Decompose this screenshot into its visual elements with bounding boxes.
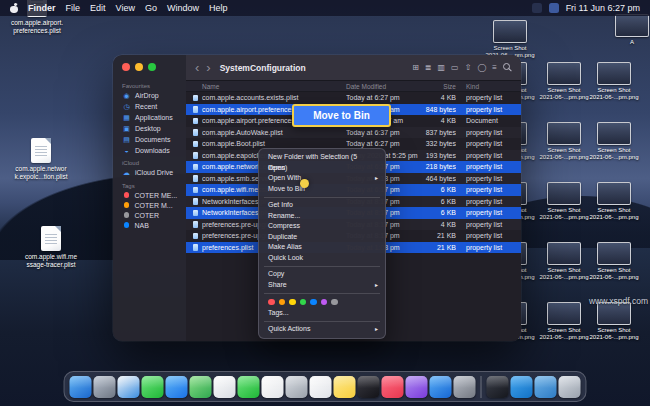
- file-row-com-apple-accounts-exists-plist[interactable]: com.apple.accounts.exists.plistToday at …: [186, 92, 521, 104]
- column-header-date-modified[interactable]: Date Modified: [346, 83, 386, 90]
- menu-finder[interactable]: Finder: [28, 3, 56, 13]
- view-columns-icon[interactable]: ▥: [438, 63, 446, 72]
- tag-color-dot[interactable]: [279, 299, 286, 306]
- apple-menu-icon[interactable]: [10, 3, 18, 14]
- action-menu-icon[interactable]: ≡: [492, 63, 497, 72]
- back-button[interactable]: ‹: [195, 61, 199, 74]
- desktop-screenshot-file[interactable]: Screen Shot2021-06-...pm.png: [588, 182, 640, 221]
- context-menu-item-share[interactable]: Share▸: [259, 280, 385, 291]
- desktop-file-com-apple-wifi-message-tracer-plist[interactable]: com.apple.wifi.message-tracer.plist: [22, 226, 80, 268]
- sidebar-item-coter-me[interactable]: COTER ME...: [113, 190, 186, 200]
- column-header-name[interactable]: Name: [202, 83, 219, 90]
- menu-bar-clock[interactable]: Fri 11 Jun 6:27 pm: [566, 3, 640, 13]
- sidebar-item-downloads[interactable]: ◒Downloads: [113, 145, 186, 155]
- view-grid-icon[interactable]: ⊞: [412, 63, 419, 72]
- menu-window[interactable]: Window: [167, 3, 199, 13]
- forward-button[interactable]: ›: [206, 61, 210, 74]
- file-kind: property list: [466, 184, 518, 196]
- dock-app-maps[interactable]: [190, 376, 212, 398]
- context-menu-item-quick-look[interactable]: Quick Look: [259, 253, 385, 264]
- context-menu-item-make-alias[interactable]: Make Alias: [259, 242, 385, 253]
- context-menu-item-quick-actions[interactable]: Quick Actions▸: [259, 324, 385, 335]
- context-menu-item-open[interactable]: Open: [259, 163, 385, 174]
- context-menu-item-open-with[interactable]: Open With▸: [259, 173, 385, 184]
- dock-app-contacts[interactable]: [286, 376, 308, 398]
- tag-color-dot[interactable]: [331, 299, 338, 306]
- desktop-screenshot-file[interactable]: Screen Shot2021-06-...pm.png: [538, 302, 590, 341]
- desktop-screenshot-file[interactable]: Screen Shot2021-06-...pm.png: [588, 62, 640, 101]
- share-icon[interactable]: ⇧: [465, 63, 472, 72]
- dock-app-folder[interactable]: [535, 376, 557, 398]
- menu-file[interactable]: File: [66, 3, 81, 13]
- dock-app-finder[interactable]: [70, 376, 92, 398]
- dock-app-reminders[interactable]: [310, 376, 332, 398]
- dock-app-bin[interactable]: [559, 376, 581, 398]
- dock-app-calendar[interactable]: [262, 376, 284, 398]
- context-menu-item-new-folder-with-selection-5-items[interactable]: New Folder with Selection (5 Items): [259, 152, 385, 163]
- desktop-file-com-apple-network-expolc-tion-plist[interactable]: com.apple.network.expolc...tion.plist: [12, 138, 70, 180]
- zoom-button[interactable]: [148, 63, 156, 71]
- dock-app-system-preferences[interactable]: [454, 376, 476, 398]
- desktop-screenshot-file[interactable]: Screen Shot2021-06-...pm.png: [588, 242, 640, 281]
- close-button[interactable]: [122, 63, 130, 71]
- context-menu-item-compress[interactable]: Compress: [259, 221, 385, 232]
- menu-view[interactable]: View: [116, 3, 135, 13]
- context-menu-item-rename[interactable]: Rename...: [259, 211, 385, 222]
- desktop-screenshot-file[interactable]: Screen Shot2021-06-...pm.png: [538, 122, 590, 161]
- context-menu-item-tags[interactable]: Tags...: [259, 308, 385, 319]
- minimize-button[interactable]: [135, 63, 143, 71]
- context-menu-item-get-info[interactable]: Get Info: [259, 200, 385, 211]
- view-gallery-icon[interactable]: ▭: [451, 63, 459, 72]
- column-header-size[interactable]: Size: [401, 83, 456, 90]
- desktop-screenshot-file[interactable]: A: [606, 14, 650, 46]
- dock-app-terminal[interactable]: [487, 376, 509, 398]
- screenshot-thumbnail: [597, 182, 631, 205]
- dock-app-music[interactable]: [382, 376, 404, 398]
- context-menu-item-copy[interactable]: Copy: [259, 269, 385, 280]
- dock-app-safari[interactable]: [118, 376, 140, 398]
- tag-color-dot[interactable]: [300, 299, 307, 306]
- sidebar-item-nab[interactable]: NAB: [113, 220, 186, 230]
- view-list-icon[interactable]: ≣: [425, 63, 432, 72]
- desktop-screenshot-file[interactable]: Screen Shot2021-06-...pm.png: [538, 62, 590, 101]
- tag-color-dot[interactable]: [321, 299, 328, 306]
- airdrop-icon: ◉: [122, 92, 131, 100]
- desktop-screenshot-file[interactable]: Screen Shot2021-06-...pm.png: [588, 302, 640, 341]
- search-icon[interactable]: [503, 63, 512, 72]
- dock-app-launchpad[interactable]: [94, 376, 116, 398]
- dock-app-photos[interactable]: [214, 376, 236, 398]
- tag-color-dot[interactable]: [268, 299, 275, 306]
- menu-edit[interactable]: Edit: [90, 3, 106, 13]
- file-row-com-apple-autowake-plist[interactable]: com.apple.AutoWake.plistToday at 6:37 pm…: [186, 127, 521, 139]
- status-icon[interactable]: [549, 3, 559, 13]
- dock-app-app-store[interactable]: [430, 376, 452, 398]
- column-header-kind[interactable]: Kind: [466, 83, 479, 90]
- context-menu-item-move-to-bin[interactable]: Move to Bin: [259, 184, 385, 195]
- sidebar-item-airdrop[interactable]: ◉AirDrop: [113, 90, 186, 101]
- sidebar-item-coter[interactable]: COTER: [113, 210, 186, 220]
- dock-app-tv[interactable]: [358, 376, 380, 398]
- menu-help[interactable]: Help: [209, 3, 228, 13]
- desktop-screenshot-file[interactable]: Screen Shot2021-06-...pm.png: [484, 20, 536, 59]
- dock-app-podcasts[interactable]: [406, 376, 428, 398]
- dock-app-notes[interactable]: [334, 376, 356, 398]
- dock-app-messages[interactable]: [142, 376, 164, 398]
- tag-icon[interactable]: ◯: [477, 63, 486, 72]
- desktop-screenshot-file[interactable]: Screen Shot2021-06-...pm.png: [588, 122, 640, 161]
- status-icon-secondary[interactable]: [532, 3, 542, 13]
- sidebar-item-desktop[interactable]: ▣Desktop: [113, 123, 186, 134]
- sidebar-item-documents[interactable]: ▤Documents: [113, 134, 186, 145]
- sidebar-item-recent[interactable]: ◷Recent: [113, 101, 186, 112]
- tag-color-dot[interactable]: [289, 299, 296, 306]
- sidebar-item-coter-m[interactable]: COTER M...: [113, 200, 186, 210]
- sidebar-item-icloud-drive[interactable]: ☁iCloud Drive: [113, 167, 186, 178]
- desktop-screenshot-file[interactable]: Screen Shot2021-06-...pm.png: [538, 242, 590, 281]
- sidebar-item-applications[interactable]: ▦Applications: [113, 112, 186, 123]
- desktop-screenshot-file[interactable]: Screen Shot2021-06-...pm.png: [538, 182, 590, 221]
- dock-app-mail[interactable]: [166, 376, 188, 398]
- dock-app-facetime[interactable]: [238, 376, 260, 398]
- dock-app-vscode[interactable]: [511, 376, 533, 398]
- menu-go[interactable]: Go: [145, 3, 157, 13]
- tag-color-dot[interactable]: [310, 299, 317, 306]
- context-menu-item-duplicate[interactable]: Duplicate: [259, 232, 385, 243]
